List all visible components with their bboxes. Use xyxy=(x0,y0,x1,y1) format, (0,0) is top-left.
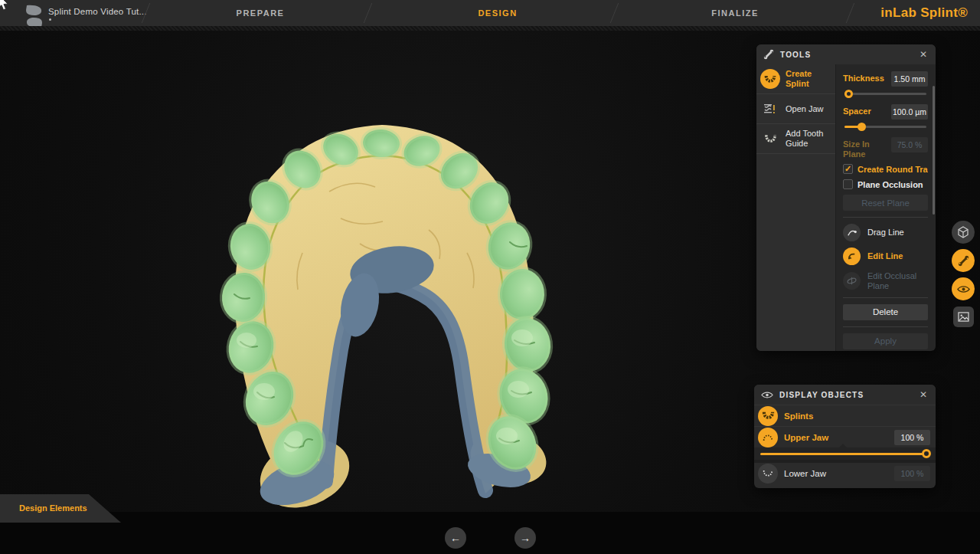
checkbox-label: Create Round Tra xyxy=(858,165,928,174)
tools-panel-toggle-button[interactable] xyxy=(952,249,975,272)
eye-icon xyxy=(761,391,773,399)
top-bar: Splint Demo Video Tut... PREPARE DESIGN … xyxy=(0,0,980,26)
drag-line-icon xyxy=(843,224,861,241)
forward-arrow-icon: → xyxy=(520,532,531,544)
wrench-icon xyxy=(958,255,969,267)
line-tool-label: Edit Line xyxy=(867,251,903,261)
brand-logo: inLab Splint® xyxy=(880,5,968,21)
line-tool-label: Drag Line xyxy=(867,228,904,238)
tool-label: Open Jaw xyxy=(786,104,824,114)
tab-finalize[interactable]: FINALIZE xyxy=(689,8,781,18)
spacer-value[interactable]: 100.0 µm xyxy=(891,104,928,120)
cube-icon xyxy=(957,226,969,238)
mouse-cursor xyxy=(0,0,10,11)
topbar-separator xyxy=(610,3,619,23)
splints-icon xyxy=(758,406,778,426)
tooth-guide-icon xyxy=(760,129,780,149)
app-logo-icon xyxy=(25,5,43,28)
close-icon[interactable]: ✕ xyxy=(918,389,929,400)
thickness-label: Thickness xyxy=(843,71,884,84)
display-panel-header: DISPLAY OBJECTS ✕ xyxy=(754,385,936,405)
checkbox-unchecked-icon[interactable] xyxy=(843,179,853,189)
spacer-slider[interactable] xyxy=(844,123,926,131)
tool-open-jaw[interactable]: Open Jaw xyxy=(756,94,835,124)
display-objects-toggle-button[interactable] xyxy=(952,277,975,300)
display-panel-title: DISPLAY OBJECTS xyxy=(779,391,918,399)
back-arrow-icon: ← xyxy=(450,532,461,544)
display-item-label: Splints xyxy=(784,411,930,421)
upper-jaw-icon xyxy=(758,428,778,447)
topbar-separator xyxy=(364,3,373,23)
checkbox-checked-icon[interactable]: ✓ xyxy=(843,164,853,174)
close-icon[interactable]: ✕ xyxy=(918,49,929,60)
tool-label: Add Tooth Guide xyxy=(786,129,832,148)
display-item-upper-jaw[interactable]: Upper Jaw 100 % xyxy=(754,426,936,447)
thickness-slider-handle[interactable] xyxy=(844,90,853,98)
project-title[interactable]: Splint Demo Video Tut... xyxy=(48,7,147,16)
topbar-hatch-strip xyxy=(0,26,980,31)
tool-add-tooth-guide[interactable]: Add Tooth Guide xyxy=(756,124,835,154)
lower-jaw-icon xyxy=(758,464,778,484)
tab-design[interactable]: DESIGN xyxy=(452,8,544,18)
edit-line-icon xyxy=(843,247,861,265)
edit-occlusal-plane-icon xyxy=(843,272,861,290)
spacer-slider-handle[interactable] xyxy=(858,123,866,131)
tools-panel-header: TOOLS ✕ xyxy=(756,44,936,64)
display-item-lower-jaw[interactable]: Lower Jaw 100 % xyxy=(754,463,936,484)
splint-arch-icon xyxy=(760,69,780,89)
tools-panel-title: TOOLS xyxy=(780,51,918,59)
scrollbar[interactable] xyxy=(933,86,935,215)
edit-line-tool[interactable]: Edit Line xyxy=(843,247,928,265)
snapshot-button[interactable] xyxy=(953,307,974,327)
spacer-label: Spacer xyxy=(843,104,871,116)
line-tool-label: Edit Occlusal Plane xyxy=(867,271,927,290)
upper-jaw-slider-handle[interactable] xyxy=(922,449,931,458)
size-in-plane-label: Size In Plane xyxy=(843,137,883,159)
step-back-button[interactable]: ← xyxy=(445,527,466,549)
apply-button[interactable]: Apply xyxy=(843,333,928,349)
thickness-value[interactable]: 1.50 mm xyxy=(891,71,928,87)
image-icon xyxy=(958,312,969,322)
lower-jaw-opacity-value: 100 % xyxy=(894,466,930,481)
topbar-separator xyxy=(846,3,855,23)
display-objects-panel: DISPLAY OBJECTS ✕ Splints Upper Jaw 100 … xyxy=(754,385,936,488)
edit-occlusal-plane-tool[interactable]: Edit Occlusal Plane xyxy=(843,271,928,290)
step-forward-button[interactable]: → xyxy=(514,527,536,549)
checkbox-plane-occlusion[interactable]: Plane Occlusion xyxy=(843,179,928,189)
tool-label: Create Splint xyxy=(786,69,832,88)
articulator-icon xyxy=(760,99,780,119)
delete-button[interactable]: Delete xyxy=(843,304,928,320)
thickness-slider[interactable] xyxy=(844,90,926,98)
size-in-plane-value: 75.0 % xyxy=(891,137,928,152)
modified-indicator xyxy=(49,18,51,21)
bottom-bar xyxy=(0,512,980,554)
display-item-label: Upper Jaw xyxy=(784,433,888,442)
tools-list: Create Splint Open Jaw xyxy=(756,64,836,351)
tool-create-splint[interactable]: Create Splint xyxy=(756,64,835,94)
eye-icon xyxy=(957,285,970,293)
upper-jaw-opacity-value[interactable]: 100 % xyxy=(894,430,930,445)
upper-jaw-opacity-slider[interactable] xyxy=(754,447,936,460)
tools-panel: TOOLS ✕ Create Splint xyxy=(756,44,936,351)
tab-prepare[interactable]: PREPARE xyxy=(214,8,306,18)
wrench-icon xyxy=(763,49,774,60)
checkbox-label: Plane Occlusion xyxy=(858,180,928,189)
display-item-label: Lower Jaw xyxy=(784,469,888,478)
display-item-splints[interactable]: Splints xyxy=(754,405,936,426)
reset-plane-button[interactable]: Reset Plane xyxy=(843,195,928,211)
view-options-button[interactable] xyxy=(952,221,975,244)
checkbox-create-round-transition[interactable]: ✓ Create Round Tra xyxy=(843,164,928,174)
drag-line-tool[interactable]: Drag Line xyxy=(843,224,928,241)
tool-options: Thickness 1.50 mm Spacer 100.0 µm Size I… xyxy=(836,64,936,351)
app-window: Splint Demo Video Tut... PREPARE DESIGN … xyxy=(0,0,980,554)
design-elements-label: Design Elements xyxy=(19,503,87,513)
